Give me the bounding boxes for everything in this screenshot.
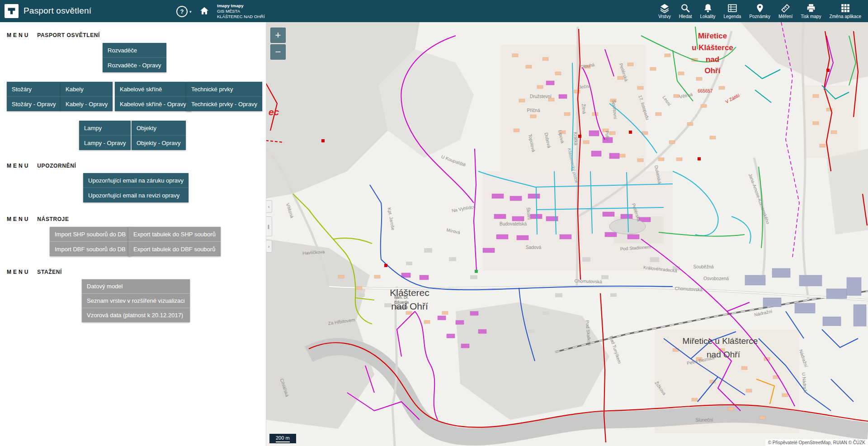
toolbar-lokality[interactable]: Lokality (696, 0, 720, 22)
group-lampy: Lampy Lampy - Opravy (79, 121, 131, 150)
menu-heading-pasport: MENUPASPORT OSVĚTLENÍ (7, 32, 100, 38)
button-kabely[interactable]: Kabely (61, 82, 113, 96)
button-import-dbf[interactable]: Import DBF souborů do DB (50, 241, 131, 256)
org-line2: GIS MĚSTA (217, 9, 265, 14)
button-kabelove-skrine-opravy[interactable]: Kabelové skříně - Opravy (115, 96, 191, 111)
panel-expand-handle[interactable]: › (266, 240, 272, 253)
legend-icon (727, 3, 737, 13)
stadium (609, 219, 646, 234)
map-attribution: © Přispěvatelé OpenStreetMap, RUIAN © ČÚ… (765, 439, 868, 446)
app-header: Pasport osvětlení ? ▾ tmapy tmapy GIS MĚ… (0, 0, 868, 22)
home-button[interactable] (199, 6, 209, 18)
street-label: Školní (526, 207, 532, 220)
street-label: Chomutovská (574, 278, 602, 284)
street-label: Žitná (581, 103, 587, 114)
panel-collapse-handle[interactable]: ‹ (266, 200, 272, 213)
button-export-shp[interactable]: Export tabulek do SHP souborů (128, 227, 221, 241)
menu-heading-stazeni: MENUSTAŽENÍ (7, 269, 62, 275)
toolbar-label: Měření (778, 14, 793, 19)
button-rozvadece[interactable]: Rozvaděče (103, 43, 166, 57)
toolbar-hledat[interactable]: Hledat (675, 0, 696, 22)
plot-number-label: 665657 (698, 89, 713, 94)
button-seznam-vrstev[interactable]: Seznam vrstev v rozšířené vizualizaci (82, 293, 190, 308)
ruler-icon (781, 3, 791, 13)
markers-green (475, 270, 478, 273)
toolbar-zmena-aplikace[interactable]: Změna aplikace (825, 0, 865, 22)
zoom-in-button[interactable]: + (270, 28, 286, 43)
button-technicke-prvky[interactable]: Technické prvky (186, 82, 262, 96)
street-label: Ječná (579, 84, 591, 89)
group-kabelove-skrine: Kabelové skříně Kabelové skříně - Opravy (115, 82, 191, 111)
button-datovy-model[interactable]: Datový model (82, 279, 190, 293)
edge-cut-label: ec (269, 107, 279, 117)
map-area[interactable]: Dlouhá Petlérská Ječná Družstevní Příčná… (266, 22, 868, 446)
zoom-out-button[interactable]: − (270, 44, 286, 60)
group-stozary: Stožáry Stožáry - Opravy (7, 82, 61, 111)
chevron-down-icon: ▾ (189, 9, 192, 14)
button-kabelove-skrine[interactable]: Kabelové skříně (115, 82, 191, 96)
scale-line (276, 441, 290, 442)
app-title: Pasport osvětlení (24, 6, 91, 16)
toolbar-label: Poznámky (749, 14, 770, 19)
street-label: Družstevní (530, 94, 552, 99)
group-objekty: Objekty Objekty - Opravy (132, 121, 186, 150)
button-import-shp[interactable]: Import SHP souborů do DB (50, 227, 131, 241)
button-objekty[interactable]: Objekty (132, 121, 186, 135)
button-export-dbf[interactable]: Export tabulek do DBF souborů (128, 241, 221, 256)
toolbar-poznamky[interactable]: Poznámky (745, 0, 774, 22)
search-icon (680, 3, 690, 13)
printer-icon (806, 3, 816, 13)
group-upozorneni: Upozorňující email na záruku opravy Upoz… (83, 173, 189, 202)
map-pin-icon (755, 3, 765, 13)
sidebar: MENUPASPORT OSVĚTLENÍ Rozvaděče Rozvaděč… (0, 22, 266, 446)
button-stozary[interactable]: Stožáry (7, 82, 61, 96)
group-technicke-prvky: Technické prvky Technické prvky - Opravy (186, 82, 262, 111)
button-objekty-opravy[interactable]: Objekty - Opravy (132, 135, 186, 150)
toolbar-label: Změna aplikace (829, 14, 861, 19)
street-label: Polní (604, 131, 610, 141)
button-vzorova-data[interactable]: Vzorová data (platnost k 20.12.2017) (82, 308, 190, 322)
toolbar-label: Legenda (723, 14, 741, 19)
miretice-bottom-label: nad Ohří (707, 350, 741, 359)
toolbar-tisk-mapy[interactable]: Tisk mapy (797, 0, 825, 22)
panel-drag-handle[interactable]: ∥ (266, 216, 272, 236)
button-kabely-opravy[interactable]: Kabely - Opravy (61, 96, 113, 111)
miretice-bottom-label: Miřetice u Klášterce (683, 336, 758, 346)
org-line3: KLÁŠTEREC NAD OHŘÍ (217, 14, 265, 19)
group-rozvadece: Rozvaděče Rozvaděče - Opravy (103, 43, 166, 72)
toolbar-legenda[interactable]: Legenda (719, 0, 745, 22)
toolbar-vrstvy[interactable]: Vrstvy (654, 0, 675, 22)
square-label: nám. Dr. (394, 295, 409, 300)
group-export: Export tabulek do SHP souborů Export tab… (128, 227, 221, 256)
help-button[interactable]: ? ▾ (176, 6, 192, 17)
toolbar-label: Tisk mapy (801, 14, 821, 19)
map-toolbar: Vrstvy Hledat Lokality Legenda Poznámky … (654, 0, 865, 22)
miretice-top-label: nad (706, 55, 719, 64)
tmapy-logo[interactable] (5, 4, 19, 18)
button-email-zaruka[interactable]: Upozorňující email na záruku opravy (83, 173, 189, 188)
street-label: Sluneční (696, 418, 713, 423)
square-label: Eduarda (394, 300, 409, 305)
toolbar-label: Vrstvy (658, 14, 670, 19)
menu-heading-nastroje: MENUNÁSTROJE (7, 216, 69, 222)
button-lampy-opravy[interactable]: Lampy - Opravy (79, 135, 131, 150)
toolbar-mereni[interactable]: Měření (774, 0, 797, 22)
button-technicke-prvky-opravy[interactable]: Technické prvky - Opravy (186, 96, 262, 111)
group-stazeni: Datový model Seznam vrstev v rozšířené v… (82, 279, 190, 322)
scale-label: 200 m (276, 435, 290, 441)
button-rozvadece-opravy[interactable]: Rozvaděče - Opravy (103, 57, 166, 72)
group-import: Import SHP souborů do DB Import DBF soub… (50, 227, 131, 256)
button-stozary-opravy[interactable]: Stožáry - Opravy (7, 96, 61, 111)
group-kabely: Kabely Kabely - Opravy (61, 82, 113, 111)
street-label: Příčná (527, 108, 540, 113)
button-email-revize[interactable]: Upozorňující email na revizi opravy (83, 188, 189, 202)
toolbar-label: Lokality (700, 14, 716, 19)
map-canvas: Dlouhá Petlérská Ječná Družstevní Příčná… (266, 22, 868, 446)
miretice-top-label: Ohří (705, 66, 721, 75)
zoom-controls: + − (270, 28, 286, 60)
button-lampy[interactable]: Lampy (79, 121, 131, 135)
org-info: tmapy tmapy GIS MĚSTA KLÁŠTEREC NAD OHŘÍ (217, 3, 265, 19)
street-label: Osvobozená (703, 276, 729, 281)
street-label: Krátká (573, 132, 578, 146)
bell-icon (703, 3, 713, 13)
